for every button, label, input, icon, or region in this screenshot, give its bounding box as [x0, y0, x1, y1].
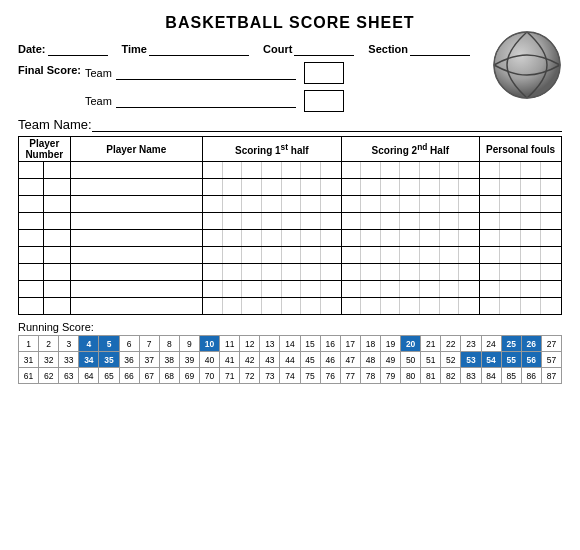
score-table: Player Number Player Name Scoring 1st ha…	[18, 136, 562, 315]
th-scoring1: Scoring 1st half	[203, 137, 342, 162]
page-title: BASKETBALL SCORE SHEET	[18, 14, 562, 32]
running-score-cell: 11	[220, 336, 240, 352]
running-score-cell: 20	[401, 336, 421, 352]
running-score-cell: 12	[240, 336, 260, 352]
team1-score-box[interactable]	[304, 62, 344, 84]
team-name-field[interactable]	[92, 116, 562, 132]
running-score-cell: 54	[481, 352, 501, 368]
time-label: Time	[122, 43, 147, 55]
final-score-label: Final Score:	[18, 64, 81, 76]
running-score-cell: 53	[461, 352, 481, 368]
basketball-image	[492, 30, 562, 100]
running-score-cell: 2	[39, 336, 59, 352]
team2-name-field[interactable]	[116, 94, 296, 108]
table-row	[19, 179, 562, 196]
running-score-cell: 65	[99, 368, 119, 384]
running-score-cell: 68	[159, 368, 179, 384]
running-score-cell: 52	[441, 352, 461, 368]
section-field[interactable]	[410, 42, 470, 56]
running-score-cell: 46	[320, 352, 340, 368]
running-score-cell: 80	[401, 368, 421, 384]
team-rows: Team Team	[85, 62, 344, 112]
table-row	[19, 281, 562, 298]
running-score-cell: 48	[360, 352, 380, 368]
table-row	[19, 247, 562, 264]
running-score-cell: 4	[79, 336, 99, 352]
page: BASKETBALL SCORE SHEET Date: Time Court …	[0, 0, 580, 550]
running-score-cell: 57	[541, 352, 561, 368]
table-row	[19, 213, 562, 230]
team1-label: Team	[85, 67, 112, 79]
date-label: Date:	[18, 43, 46, 55]
running-score-cell: 42	[240, 352, 260, 368]
final-score-section: Final Score: Team Team	[18, 62, 562, 112]
running-score-cell: 31	[19, 352, 39, 368]
running-score-cell: 32	[39, 352, 59, 368]
running-score-cell: 79	[380, 368, 400, 384]
time-field[interactable]	[149, 42, 249, 56]
running-score-cell: 1	[19, 336, 39, 352]
running-score-cell: 70	[199, 368, 219, 384]
running-score-cell: 43	[260, 352, 280, 368]
running-score-cell: 7	[139, 336, 159, 352]
running-score-cell: 85	[501, 368, 521, 384]
table-row	[19, 230, 562, 247]
table-row	[19, 298, 562, 315]
running-score-cell: 63	[59, 368, 79, 384]
team1-name-field[interactable]	[116, 66, 296, 80]
running-score-cell: 47	[340, 352, 360, 368]
running-score-cell: 33	[59, 352, 79, 368]
running-score-cell: 19	[380, 336, 400, 352]
running-score-cell: 55	[501, 352, 521, 368]
running-score-cell: 8	[159, 336, 179, 352]
running-score-cell: 14	[280, 336, 300, 352]
table-row	[19, 162, 562, 179]
running-score-cell: 13	[260, 336, 280, 352]
running-score-cell: 45	[300, 352, 320, 368]
running-score-row: 6162636465666768697071727374757677787980…	[19, 368, 562, 384]
running-score-cell: 56	[521, 352, 541, 368]
running-score-cell: 81	[421, 368, 441, 384]
running-score-cell: 25	[501, 336, 521, 352]
running-score-cell: 73	[260, 368, 280, 384]
date-field[interactable]	[48, 42, 108, 56]
running-score-cell: 78	[360, 368, 380, 384]
table-row	[19, 264, 562, 281]
running-score-section: Running Score: 1234567891011121314151617…	[18, 321, 562, 384]
running-score-cell: 24	[481, 336, 501, 352]
team2-score-box[interactable]	[304, 90, 344, 112]
court-field[interactable]	[294, 42, 354, 56]
running-score-cell: 61	[19, 368, 39, 384]
court-label: Court	[263, 43, 292, 55]
team-name-label: Team Name:	[18, 117, 92, 132]
running-score-cell: 84	[481, 368, 501, 384]
running-score-cell: 71	[220, 368, 240, 384]
running-score-cell: 40	[199, 352, 219, 368]
running-score-row: 1234567891011121314151617181920212223242…	[19, 336, 562, 352]
running-score-row: 3132333435363738394041424344454647484950…	[19, 352, 562, 368]
running-score-cell: 37	[139, 352, 159, 368]
running-score-cell: 35	[99, 352, 119, 368]
th-player-name: Player Name	[70, 137, 202, 162]
team-name-row: Team Name:	[18, 116, 562, 132]
running-score-cell: 77	[340, 368, 360, 384]
running-score-cell: 23	[461, 336, 481, 352]
running-score-cell: 17	[340, 336, 360, 352]
th-scoring2: Scoring 2nd Half	[341, 137, 480, 162]
team2-label: Team	[85, 95, 112, 107]
running-score-cell: 34	[79, 352, 99, 368]
running-score-cell: 69	[179, 368, 199, 384]
running-score-cell: 76	[320, 368, 340, 384]
running-score-cell: 64	[79, 368, 99, 384]
info-row: Date: Time Court Section	[18, 42, 562, 56]
running-score-cell: 49	[380, 352, 400, 368]
running-score-cell: 22	[441, 336, 461, 352]
running-score-cell: 50	[401, 352, 421, 368]
running-score-cell: 38	[159, 352, 179, 368]
running-score-cell: 16	[320, 336, 340, 352]
running-score-table: 1234567891011121314151617181920212223242…	[18, 335, 562, 384]
running-score-cell: 87	[541, 368, 561, 384]
running-score-cell: 51	[421, 352, 441, 368]
running-score-cell: 9	[179, 336, 199, 352]
running-score-label: Running Score:	[18, 321, 562, 333]
